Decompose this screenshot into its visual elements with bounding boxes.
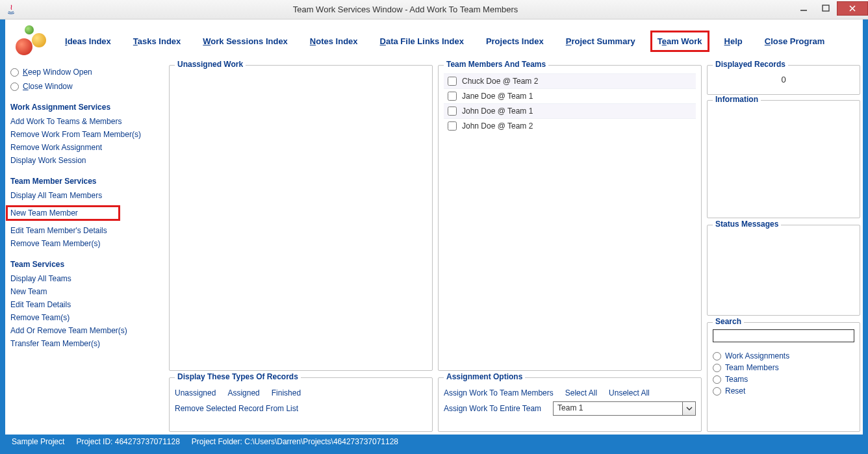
close-button[interactable] [837,1,868,16]
member-checkbox[interactable] [448,77,457,86]
svg-rect-0 [823,5,829,11]
sidebar-item-new-team[interactable]: New Team [10,287,161,296]
team-members-legend: Team Members And Teams [444,60,548,69]
member-row[interactable]: John Doe @ Team 2 [444,118,696,133]
menu-help[interactable]: Help [724,36,743,46]
displayed-records-value: 0 [713,72,854,84]
status-bar: Sample Project Project ID: 4642737370711… [5,435,863,449]
sidebar-item-edit-team-member-s-details[interactable]: Edit Team Member's Details [10,226,161,235]
status-project-name: Sample Project [12,437,64,446]
menu-project-summary[interactable]: Project Summary [566,36,635,46]
section-team-member-services: Team Member Services [10,177,161,186]
displayed-records-panel: Displayed Records 0 [707,65,860,95]
team-members-panel: Team Members And Teams Chuck Doe @ Team … [438,65,702,371]
member-checkbox[interactable] [448,107,457,116]
sidebar-item-add-or-remove-team-member-s-[interactable]: Add Or Remove Team Member(s) [10,326,161,335]
search-legend: Search [713,317,744,326]
member-name: Chuck Doe @ Team 2 [462,77,538,86]
menu-team-work[interactable]: Team Work [650,31,709,52]
assignment-options-legend: Assignment Options [444,372,525,381]
search-option-team-members[interactable]: Team Members [713,363,854,372]
unassigned-work-legend: Unassigned Work [175,60,246,69]
display-types-panel: Display These Types Of Records Unassigne… [169,377,433,432]
display-type-assigned[interactable]: Assigned [227,388,259,397]
sidebar-item-transfer-team-member-s-[interactable]: Transfer Team Member(s) [10,339,161,348]
section-team-services: Team Services [10,260,161,269]
search-option-teams[interactable]: Teams [713,375,854,384]
sidebar: Keep Window Open Close Window Work Assig… [6,62,165,435]
sidebar-item-display-all-teams[interactable]: Display All Teams [10,274,161,283]
member-name: Jane Doe @ Team 1 [462,92,533,101]
toolbar: Ideas IndexTasks IndexWork Sessions Inde… [5,19,863,62]
status-messages-panel: Status Messages [707,225,860,316]
member-checkbox[interactable] [448,121,457,131]
member-checkbox[interactable] [448,92,457,101]
section-work-assignment-services: Work Assignment Services [10,103,161,112]
minimize-button[interactable] [793,1,815,16]
team-select[interactable]: Team 1 [553,401,696,416]
display-type-unassigned[interactable]: Unassigned [175,388,216,397]
sidebar-item-edit-team-details[interactable]: Edit Team Details [10,300,161,309]
menu-tasks-index[interactable]: Tasks Index [133,36,181,46]
display-type-finished[interactable]: Finished [272,388,301,397]
menu-notes-index[interactable]: Notes Index [310,36,358,46]
member-row[interactable]: Chuck Doe @ Team 2 [444,73,696,88]
unassigned-work-panel: Unassigned Work [169,65,433,371]
status-messages-legend: Status Messages [713,220,781,229]
java-icon [5,3,18,16]
select-all-link[interactable]: Select All [565,388,597,397]
keep-window-open-radio[interactable]: Keep Window Open [10,68,161,77]
sidebar-item-new-team-member[interactable]: New Team Member [6,205,120,221]
search-panel: Search Work AssignmentsTeam MembersTeams… [707,322,860,432]
display-types-legend: Display These Types Of Records [175,372,301,381]
maximize-button[interactable] [815,1,837,16]
remove-selected-record-link[interactable]: Remove Selected Record From List [175,404,427,413]
sidebar-item-remove-team-member-s-[interactable]: Remove Team Member(s) [10,239,161,248]
sidebar-item-display-all-team-members[interactable]: Display All Team Members [10,191,161,200]
member-row[interactable]: John Doe @ Team 1 [444,103,696,118]
search-input[interactable] [713,329,854,342]
menu-data-file-links-index[interactable]: Data File Links Index [380,36,464,46]
assign-to-members-link[interactable]: Assign Work To Team Members [444,388,554,397]
team-select-value: Team 1 [554,402,682,415]
app-logo [14,24,48,58]
sidebar-item-remove-work-assignment[interactable]: Remove Work Assignment [10,143,161,152]
menu-projects-index[interactable]: Projects Index [486,36,544,46]
sidebar-item-display-work-session[interactable]: Display Work Session [10,156,161,165]
close-window-radio[interactable]: Close Window [10,82,161,91]
information-legend: Information [713,95,761,104]
sidebar-item-remove-work-from-team-member-s-[interactable]: Remove Work From Team Member(s) [10,130,161,139]
assignment-options-panel: Assignment Options Assign Work To Team M… [438,377,702,432]
menu-close-program[interactable]: Close Program [765,36,824,46]
menu-ideas-index[interactable]: Ideas Index [65,36,111,46]
member-name: John Doe @ Team 1 [462,107,533,116]
chevron-down-icon[interactable] [682,402,695,415]
menu-work-sessions-index[interactable]: Work Sessions Index [203,36,288,46]
unselect-all-link[interactable]: Unselect All [609,388,650,397]
titlebar: Team Work Services Window - Add Work To … [0,0,868,19]
status-project-folder: Project Folder: C:\Users\Darren\Projects… [192,437,398,446]
search-option-work-assignments[interactable]: Work Assignments [713,351,854,360]
member-name: John Doe @ Team 2 [462,121,533,131]
displayed-records-legend: Displayed Records [713,60,788,69]
sidebar-item-remove-team-s-[interactable]: Remove Team(s) [10,313,161,322]
sidebar-item-add-work-to-teams-members[interactable]: Add Work To Teams & Members [10,117,161,126]
assign-to-team-link[interactable]: Assign Work To Entire Team [444,404,541,413]
search-option-reset[interactable]: Reset [713,386,854,396]
window-title: Team Work Services Window - Add Work To … [18,5,793,14]
member-row[interactable]: Jane Doe @ Team 1 [444,88,696,103]
information-panel: Information [707,100,860,218]
status-project-id: Project ID: 464273737071128 [76,437,179,446]
